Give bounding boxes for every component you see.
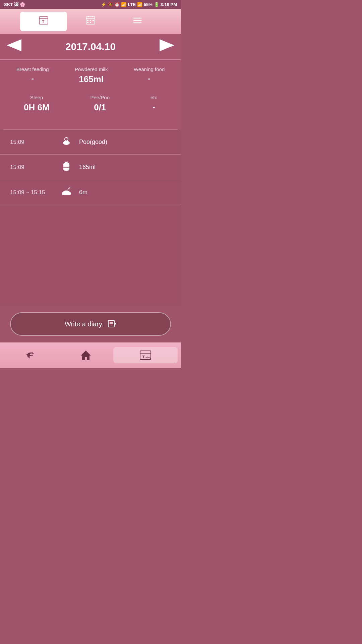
svg-text:T: T [42,19,45,24]
tab-calendar[interactable] [67,12,114,31]
bluetooth-icon: ⚡ [101,2,106,7]
log-time-1: 15:09 [10,139,54,146]
current-date: 2017.04.10 [65,41,116,52]
breast-feeding-summary: Breast feeding - [16,66,49,85]
svg-text:z: z [68,186,70,190]
svg-text:T: T [142,355,145,359]
summary-row-2: Sleep 0H 6M Pee/Poo 0/1 etc - [3,95,178,113]
poo-icon [60,136,72,148]
sleep-icon: z z [60,186,72,199]
svg-rect-10 [87,22,88,23]
write-diary-button[interactable]: Write a diary. [10,312,171,336]
summary-row-1: Breast feeding - Powdered milk 165ml Wea… [3,66,178,85]
powdered-milk-label: Powdered milk [75,66,108,72]
bottom-back-button[interactable] [3,350,58,360]
log-item-bottle[interactable]: 15:09 165ml [0,155,181,180]
mute-icon: 🔕 [108,2,113,7]
alarm-icon: ⏰ [114,2,120,7]
home-icon [80,350,92,361]
svg-point-18 [63,141,70,145]
today-icon: T oday [139,349,152,361]
next-date-button[interactable] [160,39,174,54]
date-navigation: 2017.04.10 [0,34,181,59]
back-icon [26,350,36,360]
svg-rect-7 [87,20,88,21]
flower-icon: 🌸 [20,2,25,7]
pee-poo-value: 0/1 [94,102,106,113]
pee-poo-summary: Pee/Poo 0/1 [90,95,110,113]
log-list: 15:09 Poo(good) 15:09 165ml [0,130,181,205]
write-diary-label: Write a diary. [65,320,104,328]
svg-text:oday: oday [145,356,151,359]
calendar-tab-content [85,15,96,28]
signal-icon: 🖼 [14,2,18,7]
svg-point-19 [65,138,68,141]
svg-marker-16 [160,39,174,51]
log-item-sleep[interactable]: 15:09 ~ 15:15 z z 6m [0,180,181,205]
bottle-icon [60,161,72,174]
signal-bars-icon: 📶 [137,2,142,7]
prev-date-button[interactable] [7,39,21,54]
diary-edit-icon [108,320,116,328]
etc-label: etc [150,95,157,100]
bottom-nav: T oday [0,342,181,368]
today-tab-content: T [38,15,49,28]
bottom-home-button[interactable] [58,350,113,361]
svg-rect-9 [93,20,94,21]
powdered-milk-summary: Powdered milk 165ml [75,66,108,85]
empty-content-area [0,205,181,306]
log-detail-2: 165ml [79,164,96,171]
summary-section: Breast feeding - Powdered milk 165ml Wea… [0,59,181,129]
svg-marker-15 [7,39,21,51]
weaning-food-value: - [148,74,150,83]
log-detail-1: Poo(good) [79,139,107,146]
log-time-2: 15:09 [10,164,54,171]
etc-value: - [153,102,155,111]
tab-today[interactable]: T [20,12,67,31]
log-item-poo[interactable]: 15:09 Poo(good) [0,130,181,155]
tab-bar: T [0,9,181,34]
svg-rect-11 [90,22,91,23]
log-detail-3: 6m [79,189,87,196]
tab-list[interactable] [114,12,161,31]
breast-feeding-value: - [31,74,34,83]
powdered-milk-value: 165ml [79,74,104,85]
svg-point-25 [63,191,70,194]
status-left: SKT 🖼 🌸 [4,2,25,7]
carrier-label: SKT [4,2,13,7]
svg-rect-21 [65,161,68,162]
weaning-food-summary: Weaning food - [134,66,165,85]
breast-feeding-label: Breast feeding [16,66,49,72]
etc-summary: etc - [150,95,157,113]
battery-icon: 🔋 [154,2,159,7]
status-bar: SKT 🖼 🌸 ⚡ 🔕 ⏰ 📶 LTE 📶 55% 🔋 3:16 PM [0,0,181,9]
sleep-value: 0H 6M [24,102,50,113]
status-right: ⚡ 🔕 ⏰ 📶 LTE 📶 55% 🔋 3:16 PM [101,2,177,7]
sleep-summary: Sleep 0H 6M [24,95,50,113]
battery-label: 55% [144,2,153,7]
weaning-food-label: Weaning food [134,66,165,72]
svg-rect-8 [90,20,91,21]
svg-marker-32 [81,351,91,360]
lte-label: LTE [128,2,136,7]
time-label: 3:16 PM [161,2,177,7]
log-time-3: 15:09 ~ 15:15 [10,189,54,196]
wifi-icon: 📶 [121,2,126,7]
bottom-today-button[interactable]: T oday [113,347,178,363]
sleep-label: Sleep [30,95,43,100]
pee-poo-label: Pee/Poo [90,95,110,100]
list-tab-content [132,15,143,28]
